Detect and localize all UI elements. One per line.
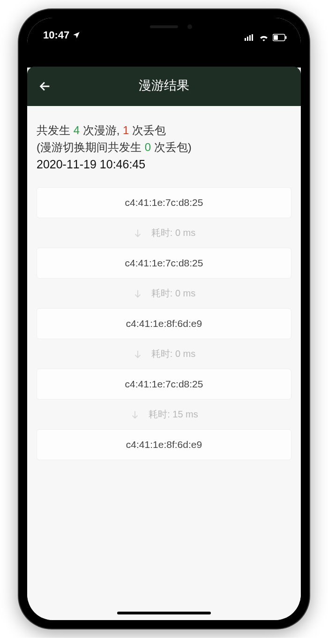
hop-duration-label: 耗时: 0 ms	[151, 287, 195, 300]
status-gap	[27, 44, 301, 68]
hop-mac-box: c4:41:1e:7c:d8:25	[37, 248, 291, 279]
hop-arrow-row: 耗时: 0 ms	[37, 339, 291, 369]
svg-rect-0	[245, 38, 246, 41]
arrow-down-icon	[133, 228, 143, 238]
wifi-icon	[259, 34, 269, 41]
hop-mac-box: c4:41:1e:7c:d8:25	[37, 369, 291, 400]
phone-screen: 10:47 漫游结果 共发生 4 次漫游, 1 次丢包 (漫游切换期间共发生 0…	[27, 18, 301, 620]
speaker-slot	[150, 25, 178, 28]
switch-loss-count: 0	[145, 141, 151, 153]
app-header: 漫游结果	[27, 67, 301, 106]
phone-frame: 10:47 漫游结果 共发生 4 次漫游, 1 次丢包 (漫游切换期间共发生 0…	[19, 9, 309, 629]
svg-rect-3	[252, 34, 253, 41]
hop-mac-box: c4:41:1e:8f:6d:e9	[37, 429, 291, 460]
summary-line2-prefix: (漫游切换期间共发生	[37, 141, 145, 153]
svg-rect-5	[274, 35, 278, 40]
roam-count: 4	[74, 124, 80, 136]
back-button[interactable]	[37, 78, 53, 95]
arrow-down-icon	[130, 409, 140, 420]
location-arrow-icon	[72, 31, 81, 39]
svg-rect-1	[247, 37, 248, 41]
hop-duration-label: 耗时: 0 ms	[151, 348, 195, 360]
hop-list: c4:41:1e:7c:d8:25耗时: 0 msc4:41:1e:7c:d8:…	[37, 187, 291, 460]
hop-arrow-row: 耗时: 0 ms	[37, 218, 291, 248]
signal-icon	[245, 34, 255, 41]
hop-duration-label: 耗时: 0 ms	[151, 227, 195, 239]
summary-mid1: 次漫游,	[80, 124, 123, 136]
front-camera	[187, 24, 192, 29]
svg-rect-6	[285, 36, 287, 39]
svg-rect-2	[249, 35, 251, 41]
status-right	[245, 34, 287, 41]
status-time: 10:47	[43, 29, 69, 41]
summary-suffix1: 次丢包	[129, 124, 166, 136]
arrow-left-icon	[38, 80, 52, 93]
summary-line2-suffix: 次丢包)	[151, 141, 192, 153]
phone-notch	[103, 18, 225, 36]
arrow-down-icon	[133, 349, 143, 359]
loss-count: 1	[123, 124, 129, 136]
hop-arrow-row: 耗时: 0 ms	[37, 279, 291, 308]
battery-icon	[273, 34, 287, 41]
hop-arrow-row: 耗时: 15 ms	[37, 400, 291, 429]
page-title: 漫游结果	[27, 77, 301, 94]
timestamp: 2020-11-19 10:46:45	[37, 158, 291, 171]
home-indicator[interactable]	[117, 612, 211, 614]
status-left: 10:47	[43, 29, 81, 41]
summary-prefix1: 共发生	[37, 124, 74, 136]
summary-text: 共发生 4 次漫游, 1 次丢包 (漫游切换期间共发生 0 次丢包)	[37, 122, 291, 156]
hop-duration-label: 耗时: 15 ms	[149, 408, 198, 421]
content-area: 共发生 4 次漫游, 1 次丢包 (漫游切换期间共发生 0 次丢包) 2020-…	[27, 106, 301, 620]
hop-mac-box: c4:41:1e:8f:6d:e9	[37, 308, 291, 339]
hop-mac-box: c4:41:1e:7c:d8:25	[37, 187, 291, 218]
arrow-down-icon	[133, 288, 143, 299]
